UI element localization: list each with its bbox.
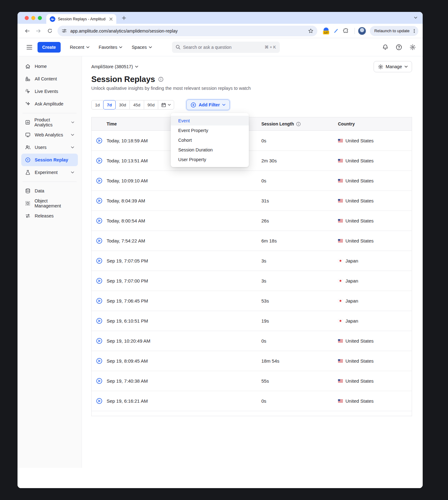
range-button-7d[interactable]: 7d <box>103 100 116 110</box>
cell-country: United States <box>338 238 412 243</box>
cell-session-length: 26s <box>261 218 338 223</box>
spaces-menu[interactable]: Spaces <box>132 45 152 50</box>
pen-extension-icon[interactable] <box>334 28 339 33</box>
url-bar[interactable]: app.amplitude.com/analytics/amplidemo/se… <box>58 26 317 36</box>
table-row[interactable]: Sep 19, 10:20:49 AM0sUnited States <box>92 331 412 351</box>
recent-menu[interactable]: Recent <box>70 45 89 50</box>
range-button-1d[interactable]: 1d <box>91 100 103 110</box>
project-selector[interactable]: AmpliStore (380517) <box>91 64 138 69</box>
search-input[interactable] <box>183 45 262 50</box>
table-row[interactable]: Today, 10:13:51 AM2m 30sUnited States <box>92 151 412 171</box>
play-replay-icon[interactable] <box>96 237 103 244</box>
desktop: { "browser": { "tab_title": "Session Rep… <box>0 0 448 500</box>
add-filter-button[interactable]: Add Filter <box>186 99 230 110</box>
sidebar-item-home[interactable]: Home <box>21 60 78 73</box>
table-row[interactable]: Sep 19, 7:07:05 PM3sJapan <box>92 251 412 271</box>
play-replay-icon[interactable] <box>96 137 103 144</box>
filter-menu-item-cohort[interactable]: Cohort <box>171 135 249 145</box>
extensions-puzzle-icon[interactable] <box>343 28 349 34</box>
table-row[interactable]: Today, 10:18:59 AM0sUnited States <box>92 131 412 151</box>
play-replay-icon[interactable] <box>96 278 103 284</box>
minimize-window-button[interactable] <box>31 16 35 20</box>
fullscreen-window-button[interactable] <box>38 16 42 20</box>
range-button-30d[interactable]: 30d <box>115 100 130 110</box>
swap-arrows-icon <box>25 213 31 219</box>
reload-icon[interactable] <box>44 26 55 36</box>
relaunch-label: Relaunch to update <box>374 28 410 33</box>
tab-close-icon[interactable] <box>108 17 114 21</box>
cell-time: Today, 10:09:10 AM <box>107 178 261 183</box>
forward-icon[interactable] <box>33 26 44 36</box>
info-icon[interactable] <box>296 122 301 126</box>
table-row[interactable]: Today, 7:54:22 AM6m 18sUnited States <box>92 231 412 251</box>
sidebar-item-web-analytics[interactable]: Web Analytics <box>21 129 78 141</box>
table-row[interactable]: Sep 19, 7:40:38 AM55sUnited States <box>92 371 412 391</box>
custom-date-button[interactable] <box>158 100 174 110</box>
settings-gear-icon[interactable] <box>410 44 416 50</box>
sidebar-item-object-management[interactable]: Object Management <box>21 197 78 210</box>
table-row[interactable]: Today, 8:00:54 AM26sUnited States <box>92 211 412 231</box>
info-icon[interactable] <box>158 77 164 82</box>
table-row[interactable]: Sep 19, 8:09:45 AM18m 54sUnited States <box>92 351 412 371</box>
table-row[interactable]: Sep 19, 7:06:45 PM53sJapan <box>92 291 412 311</box>
play-replay-icon[interactable] <box>96 318 103 324</box>
play-replay-icon[interactable] <box>96 197 103 204</box>
cell-country: United States <box>338 218 412 223</box>
create-button[interactable]: Create <box>38 42 61 53</box>
play-replay-icon[interactable] <box>96 398 103 404</box>
filter-menu-item-session-duration[interactable]: Session Duration <box>171 145 249 155</box>
app-top-nav: Create Recent Favorites Spaces ⌘ + K <box>18 38 423 56</box>
close-window-button[interactable] <box>25 16 29 20</box>
bookmark-star-icon[interactable] <box>308 28 314 34</box>
play-replay-icon[interactable] <box>96 157 103 164</box>
play-replay-icon[interactable] <box>96 378 103 384</box>
sidebar-item-data[interactable]: Data <box>21 185 78 197</box>
filter-menu-item-event[interactable]: Event <box>171 116 249 125</box>
play-replay-icon[interactable] <box>96 338 103 344</box>
cell-country: United States <box>338 398 412 404</box>
notifications-bell-icon[interactable] <box>382 44 388 50</box>
table-row[interactable]: Today, 10:09:10 AM0sUnited States <box>92 171 412 191</box>
play-replay-icon[interactable] <box>96 177 103 184</box>
relaunch-button[interactable]: Relaunch to update <box>370 26 418 36</box>
play-replay-icon[interactable] <box>96 217 103 224</box>
tab-search-icon[interactable] <box>414 16 418 20</box>
cell-session-length: 18m 54s <box>261 358 338 364</box>
play-replay-icon[interactable] <box>96 258 103 264</box>
site-settings-icon[interactable] <box>62 28 67 33</box>
cell-session-length: 3s <box>261 278 338 283</box>
new-tab-button[interactable] <box>120 14 128 22</box>
profile-avatar[interactable] <box>358 27 366 35</box>
manage-button[interactable]: Manage <box>374 61 412 72</box>
sidebar-item-session-replay[interactable]: Session Replay <box>21 154 78 166</box>
table-row[interactable]: Sep 19, 6:16:21 AM0sUnited States <box>92 391 412 411</box>
filter-menu-item-event-property[interactable]: Event Property <box>171 125 249 135</box>
range-button-90d[interactable]: 90d <box>144 100 159 110</box>
sidebar-item-ask-amplitude[interactable]: Ask Amplitude <box>21 98 78 110</box>
sidebar-item-users[interactable]: Users <box>21 141 78 154</box>
browser-tab[interactable]: Session Replays - Amplitude <box>46 14 116 24</box>
us-flag-icon <box>338 179 343 182</box>
sidebar-item-all-content[interactable]: All Content <box>21 73 78 85</box>
table-row[interactable]: Sep 19, 6:10:51 PM19sJapan <box>92 311 412 331</box>
sidebar-item-releases[interactable]: Releases <box>21 210 78 222</box>
shapes-icon <box>25 76 31 82</box>
help-icon[interactable] <box>396 44 402 50</box>
browser-menu-kebab-icon[interactable] <box>412 28 416 33</box>
table-row[interactable]: Sep 19, 7:07:00 PM3sJapan <box>92 271 412 291</box>
sidebar-item-experiment[interactable]: Experiment <box>21 166 78 179</box>
password-extension-icon[interactable]: 127 <box>323 28 329 34</box>
back-icon[interactable] <box>22 26 33 36</box>
range-button-45d[interactable]: 45d <box>129 100 144 110</box>
favorites-menu[interactable]: Favorites <box>99 45 123 50</box>
filter-menu-item-user-property[interactable]: User Property <box>171 155 249 164</box>
table-row[interactable]: Today, 8:04:39 AM31sUnited States <box>92 191 412 211</box>
sidebar-item-live-events[interactable]: Live Events <box>21 85 78 98</box>
play-replay-icon[interactable] <box>96 358 103 364</box>
cell-country: United States <box>338 158 412 163</box>
hamburger-menu-icon[interactable] <box>24 42 35 53</box>
global-search[interactable]: ⌘ + K <box>172 42 280 53</box>
sidebar-item-product-analytics[interactable]: Product Analytics <box>21 116 78 129</box>
play-replay-icon[interactable] <box>96 298 103 304</box>
url-text[interactable]: app.amplitude.com/analytics/amplidemo/se… <box>70 28 305 33</box>
